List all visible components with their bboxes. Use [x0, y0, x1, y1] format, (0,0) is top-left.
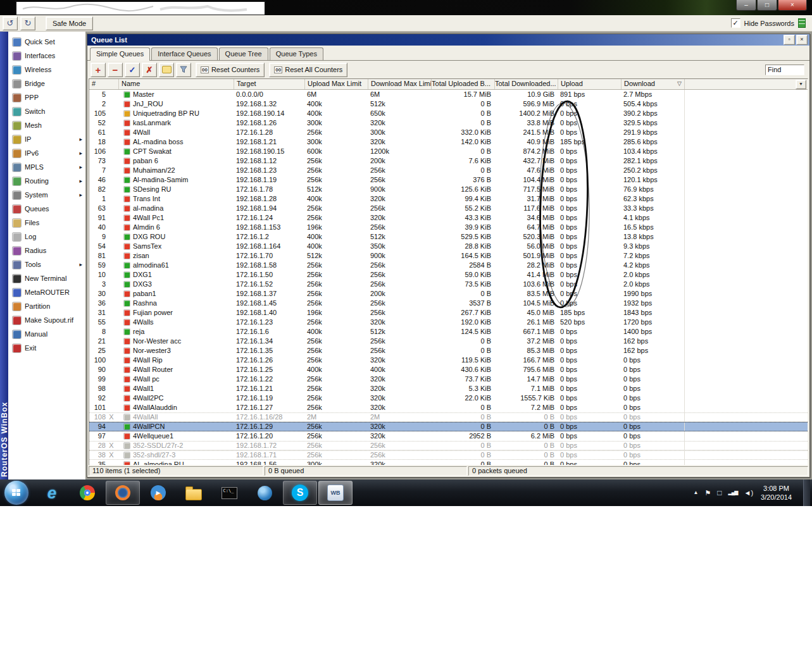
queue-row[interactable]: 106CPT Swakat192.168.190.15600k1200k0 B8…	[89, 147, 808, 156]
tab-queue-types[interactable]: Queue Types	[270, 47, 323, 60]
queue-row[interactable]: 10DXG1172.16.1.50256k256k59.0 KiB41.4 Mi…	[89, 270, 808, 280]
sidebar-item-ip[interactable]: IP▸	[8, 132, 85, 146]
sidebar-item-quick-set[interactable]: Quick Set	[8, 35, 85, 49]
queue-row[interactable]: 554Walls172.16.1.23256k320k192.0 KiB26.1…	[89, 318, 808, 327]
sidebar-item-system[interactable]: System▸	[8, 188, 85, 202]
volume-icon[interactable]: ◄)	[744, 481, 754, 505]
queue-row[interactable]: 36Rashna192.168.1.45256k256k3537 B104.5 …	[89, 299, 808, 308]
sidebar-item-make-supout-rif[interactable]: Make Supout.rif	[8, 313, 85, 327]
sidebar-item-exit[interactable]: Exit	[8, 341, 85, 355]
column-chooser-button[interactable]: ▼	[796, 80, 806, 89]
column-header-2[interactable]: Target	[234, 79, 305, 89]
sidebar-item-mesh[interactable]: Mesh	[8, 118, 85, 132]
minimize-button[interactable]: –	[736, 0, 756, 11]
queue-row[interactable]: 1014WallAlauddin172.16.1.27256k320k0 B7.…	[89, 403, 808, 412]
taskbar-media-player[interactable]: ▶	[141, 481, 175, 505]
sidebar-item-switch[interactable]: Switch	[8, 104, 85, 118]
queue-row[interactable]: 30paban1192.168.1.37256k200k0 B83.5 MiB0…	[89, 289, 808, 299]
queue-row[interactable]: 7Muhaiman/22192.168.1.23256k256k0 B47.6 …	[89, 166, 808, 175]
queue-row[interactable]: 25Nor-wester3172.16.1.35256k256k0 B85.3 …	[89, 346, 808, 356]
sidebar-item-wireless[interactable]: Wireless	[8, 63, 85, 77]
network-signal-icon[interactable]: ▂▄▆	[728, 481, 738, 505]
remove-queue-button[interactable]: −	[108, 63, 123, 77]
queue-row[interactable]: 944WallPCN172.16.1.29256k320k0 B0 B0 bps…	[89, 422, 808, 431]
sidebar-item-log[interactable]: Log	[8, 230, 85, 244]
sidebar-item-tools[interactable]: Tools▸	[8, 257, 85, 271]
start-button[interactable]	[4, 481, 28, 505]
queue-row[interactable]: 18AL-madina boss192.168.1.21300k320k142.…	[89, 137, 808, 147]
hide-passwords-checkbox[interactable]: ✓	[731, 18, 740, 28]
safe-mode-button[interactable]: Safe Mode	[46, 16, 93, 30]
queue-row[interactable]: 40Almdin 6192.168.1.153196k256k39.9 KiB6…	[89, 223, 808, 232]
queue-row[interactable]: 1Trans Int192.168.1.28400k320k99.4 KiB31…	[89, 194, 808, 204]
tab-queue-tree[interactable]: Queue Tree	[219, 47, 268, 60]
undo-button[interactable]: ↺	[3, 16, 18, 30]
sidebar-item-routing[interactable]: Routing▸	[8, 174, 85, 188]
taskbar-firefox[interactable]	[106, 481, 140, 505]
column-header-0[interactable]: #	[89, 79, 119, 89]
tab-simple-queues[interactable]: Simple Queues	[90, 47, 150, 61]
queue-row[interactable]: 35AL-almodina RU192.168.1.56300k320k0 B0…	[89, 460, 808, 465]
action-center-flag-icon[interactable]: ⚑	[704, 481, 711, 505]
queue-row[interactable]: 21Nor-Wester acc172.16.1.34256k256k0 B37…	[89, 337, 808, 346]
queue-row[interactable]: 914Wall Pc1172.16.1.24256k320k43.3 KiB34…	[89, 213, 808, 223]
sidebar-item-interfaces[interactable]: Interfaces	[8, 49, 85, 63]
taskbar-clock[interactable]: 3:08 PM 3/20/2014	[761, 484, 792, 502]
queue-row[interactable]: 31Fujian power192.168.1.40196k256k267.7 …	[89, 308, 808, 318]
column-header-1[interactable]: Name	[119, 79, 234, 89]
show-desktop-button[interactable]	[803, 479, 810, 506]
redo-button[interactable]: ↻	[20, 16, 35, 30]
queue-row[interactable]: 38X352-shdl/27-3192.168.1.71256k256k0 B0…	[89, 450, 808, 460]
display-icon[interactable]: □	[717, 481, 721, 505]
taskbar-blue-app[interactable]	[247, 481, 282, 505]
column-header-3[interactable]: Upload Max Limit	[305, 79, 368, 89]
queue-row[interactable]: 52kasLanmark192.168.1.26300k320k0 B33.8 …	[89, 118, 808, 128]
sidebar-item-radius[interactable]: Radius	[8, 244, 85, 257]
close-button[interactable]: ×	[778, 0, 807, 11]
column-header-5[interactable]: Total Uploaded B...	[432, 79, 495, 89]
column-header-8[interactable]: Download▽	[621, 79, 685, 89]
enable-queue-button[interactable]: ✓	[125, 63, 140, 77]
sidebar-item-queues[interactable]: Queues	[8, 202, 85, 216]
column-header-6[interactable]: Total Downloaded...	[495, 79, 558, 89]
sidebar-item-ipv6[interactable]: IPv6▸	[8, 146, 85, 160]
taskbar-chrome[interactable]	[70, 481, 104, 505]
queue-row[interactable]: 984Wall1172.16.1.21256k320k5.3 KiB7.1 Mi…	[89, 384, 808, 393]
queue-row[interactable]: 81zisan172.16.1.70512k900k164.5 KiB501.9…	[89, 251, 808, 261]
queue-row[interactable]: 59almodina61192.168.1.58256k256k2584 B28…	[89, 261, 808, 270]
queue-row[interactable]: 54SamsTex192.168.1.164400k350k28.8 KiB56…	[89, 242, 808, 251]
sidebar-item-mpls[interactable]: MPLS▸	[8, 160, 85, 174]
queue-row[interactable]: 2JnJ_ROU192.168.1.32400k512k0 B596.9 MiB…	[89, 99, 808, 109]
maximize-button[interactable]: □	[757, 0, 777, 11]
sidebar-item-partition[interactable]: Partition	[8, 299, 85, 313]
queue-row[interactable]: 1004Wall Rip172.16.1.26256k320k119.5 KiB…	[89, 356, 808, 365]
tab-interface-queues[interactable]: Interface Queues	[151, 47, 217, 60]
queue-row[interactable]: 105Uniquetrading BP RU192.168.190.14400k…	[89, 109, 808, 118]
queue-row[interactable]: 614Wall172.16.1.28256k300k332.0 KiB241.5…	[89, 128, 808, 137]
disable-queue-button[interactable]: ✗	[142, 63, 157, 77]
queue-row[interactable]: 5Master0.0.0.0/06M6M15.7 MiB10.9 GiB891 …	[89, 90, 808, 99]
sidebar-item-manual[interactable]: Manual	[8, 327, 85, 341]
taskbar-skype[interactable]: S	[283, 481, 317, 505]
sidebar-item-bridge[interactable]: Bridge	[8, 77, 85, 90]
column-header-7[interactable]: Upload	[558, 79, 621, 89]
queue-row[interactable]: 3DXG3172.16.1.52256k256k73.5 KiB103.6 Mi…	[89, 280, 808, 289]
queue-row[interactable]: 28X352-SSDL/27r-2192.168.1.72256k256k0 B…	[89, 441, 808, 450]
sidebar-item-new-terminal[interactable]: New Terminal	[8, 271, 85, 285]
sidebar-item-metarouter[interactable]: MetaROUTER	[8, 285, 85, 299]
window-close-button[interactable]: ×	[796, 35, 808, 45]
taskbar-internet-explorer[interactable]: e	[35, 481, 69, 505]
taskbar-winbox[interactable]: WB	[318, 481, 353, 505]
queue-row[interactable]: 63al-madina192.168.1.94256k256k55.2 KiB1…	[89, 204, 808, 213]
queue-window-titlebar[interactable]: Queue List ▫ ×	[87, 34, 809, 46]
queue-row[interactable]: 9DXG ROU172.16.1.2400k512k529.5 KiB520.3…	[89, 232, 808, 242]
window-rollup-button[interactable]: ▫	[784, 35, 795, 45]
sidebar-item-ppp[interactable]: PPP	[8, 90, 85, 104]
queue-row[interactable]: 108X4WallAll172.16.1.16/282M2M0 B0 B0 bp…	[89, 412, 808, 422]
hidden-icons-icon[interactable]: ▲	[693, 481, 698, 505]
taskbar-command-prompt[interactable]: C:\_	[212, 481, 246, 505]
queue-row[interactable]: 994Wall pc172.16.1.22256k320k73.7 KiB14.…	[89, 374, 808, 384]
filter-button[interactable]	[176, 63, 191, 77]
comment-button[interactable]	[159, 63, 174, 77]
find-input[interactable]	[765, 65, 804, 75]
